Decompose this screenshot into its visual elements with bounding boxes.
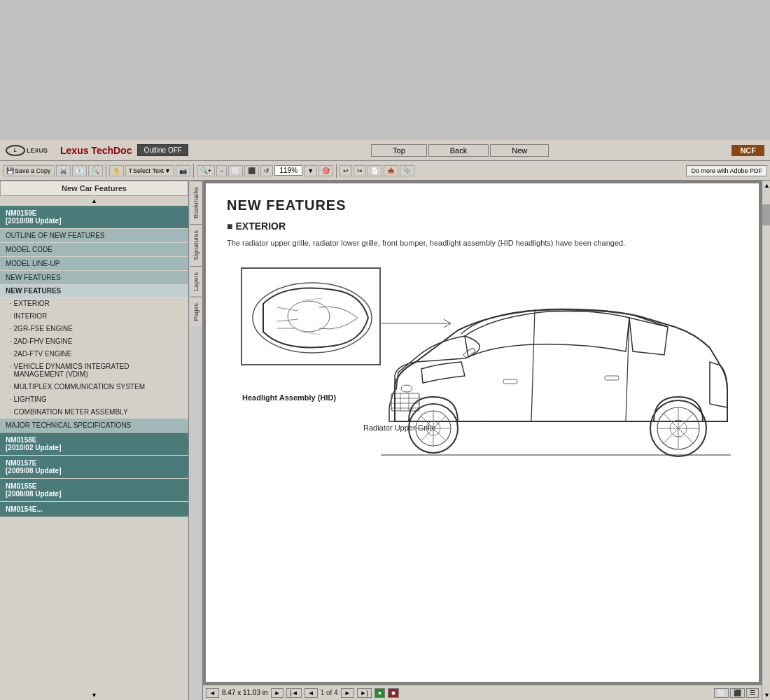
lexus-text: LEXUS [27, 147, 48, 154]
scroll-down-arrow[interactable]: ▼ [762, 690, 770, 700]
fit-page-button[interactable]: ⬜ [228, 165, 243, 176]
toolbar-sep2 [193, 164, 194, 178]
snapshot-button[interactable]: 📷 [176, 165, 190, 176]
2gr-fse-label: · 2GR-FSE ENGINE [10, 325, 73, 332]
sidebar-item-nm0154e[interactable]: NM0154E... [0, 502, 188, 517]
outline-off-button[interactable]: Outline OFF [137, 144, 188, 156]
pdf-view-icons: ⬜ ⬛ ☰ [714, 688, 759, 698]
exterior-label: · EXTERIOR [10, 300, 50, 307]
pdf-viewer: NEW FEATURES EXTERIOR The radiator upper… [203, 181, 762, 700]
sidebar-item-model-code[interactable]: MODEL CODE [0, 243, 188, 256]
sidebar-sub-new-features[interactable]: NEW FEATURES [0, 285, 188, 297]
scroll-up-arrow[interactable]: ▲ [762, 181, 770, 190]
search-button[interactable]: 🔍 [88, 165, 103, 176]
scroll-thumb[interactable] [762, 204, 770, 225]
sidebar-item-nm0155e[interactable]: NM0155E[2008/08 Update] [0, 479, 188, 501]
interior-label: · INTERIOR [10, 312, 47, 320]
email-button[interactable]: 📧 [72, 165, 87, 176]
sidebar-scroll-down[interactable]: ▼ [0, 690, 188, 700]
sidebar-item-exterior[interactable]: · EXTERIOR [0, 298, 188, 309]
pdf-tab-pages[interactable]: Pages [190, 297, 202, 327]
pdf-last-page-button[interactable]: ►| [357, 688, 372, 698]
pdf-next-page-button[interactable]: ► [341, 688, 354, 698]
pdf-view-double-button[interactable]: ⬛ [730, 688, 745, 698]
pdf-first-page-button[interactable]: |◄ [286, 688, 301, 698]
undo-button[interactable]: ↩ [340, 165, 352, 176]
pages-button[interactable]: 📄 [368, 165, 382, 176]
combination-label: · COMBINATION METER ASSEMBLY [10, 408, 128, 416]
sidebar-item-2ad-fhv[interactable]: · 2AD-FHV ENGINE [0, 335, 188, 347]
pdf-bottom-bar: ◄ 8.47 x 11.03 in ► |◄ ◄ 1 of 4 ► ►| ● ■… [203, 685, 762, 700]
sidebar-item-major-specs[interactable]: MAJOR TECHNICAL SPECIFICATIONS [0, 419, 188, 432]
redo-button[interactable]: ↪ [354, 165, 366, 176]
sidebar-item-interior[interactable]: · INTERIOR [0, 310, 188, 322]
pdf-view-single-button[interactable]: ⬜ [714, 688, 729, 698]
pdf-tab-layers[interactable]: Layers [190, 266, 202, 297]
sidebar-item-new-features[interactable]: NEW FEATURES [0, 271, 188, 284]
fit-width-button[interactable]: ⬛ [244, 165, 259, 176]
sidebar-item-nm0158e[interactable]: NM0158E[2010/02 Update] [0, 433, 188, 455]
pdf-section-text: EXTERIOR [235, 220, 286, 232]
sidebar-item-model-lineup[interactable]: MODEL LINE-UP [0, 257, 188, 270]
pdf-nav-scroll-right[interactable]: ► [271, 688, 284, 698]
sidebar-content: NM0159E[2010/08 Update] OUTLINE OF NEW F… [0, 206, 188, 690]
sidebar-item-nm0157e[interactable]: NM0157E[2009/08 Update] [0, 456, 188, 478]
pdf-stop-button[interactable]: ■ [388, 688, 398, 698]
svg-line-3 [300, 332, 321, 335]
export-button[interactable]: 📤 [384, 165, 398, 176]
print-button[interactable]: 🖨️ [56, 165, 71, 176]
hand-tool-button[interactable]: ✋ [109, 165, 124, 176]
sidebar-item-outline[interactable]: OUTLINE OF NEW FEATURES [0, 229, 188, 242]
model-lineup-label: MODEL LINE-UP [6, 260, 59, 267]
pdf-tab-signatures[interactable]: Signatures [190, 224, 202, 266]
sidebar-title: New Car Features [0, 181, 188, 196]
pdf-play-button[interactable]: ● [374, 688, 385, 698]
select-text-arrow: ▼ [164, 167, 171, 174]
pdf-view-continuous-button[interactable]: ☰ [746, 688, 759, 698]
pdf-page-indicator: 1 of 4 [321, 689, 338, 696]
lighting-label: · LIGHTING [10, 396, 47, 403]
multiplex-label: · MULTIPLEX COMMUNICATION SYSTEM [10, 383, 145, 391]
nav-top-button[interactable]: Top [371, 144, 427, 157]
nav-back-button[interactable]: Back [428, 144, 489, 157]
sidebar-item-multiplex[interactable]: · MULTIPLEX COMMUNICATION SYSTEM [0, 381, 188, 393]
toolbar-sep3 [336, 164, 337, 178]
sidebar-item-nm0159e[interactable]: NM0159E[2010/08 Update] [0, 206, 188, 228]
main-content: New Car Features ▲ NM0159E[2010/08 Updat… [0, 181, 770, 700]
nav-new-button[interactable]: New [490, 144, 549, 157]
adobe-more-button[interactable]: Do more with Adobe PDF [686, 165, 767, 176]
svg-point-1 [288, 301, 330, 332]
target-button[interactable]: 🎯 [318, 165, 333, 176]
pdf-body-text: The radiator upper grille, radiator lowe… [227, 237, 738, 249]
select-text-button[interactable]: T Select Text ▼ [125, 165, 174, 176]
major-specs-label: MAJOR TECHNICAL SPECIFICATIONS [6, 421, 131, 429]
sidebar-scroll-up[interactable]: ▲ [0, 196, 188, 206]
zoom-input[interactable] [274, 165, 302, 176]
attach-button[interactable]: 📎 [400, 165, 414, 176]
pdf-tab-bookmarks[interactable]: Bookmarks [190, 181, 202, 224]
2ad-ftv-label: · 2AD-FTV ENGINE [10, 350, 71, 358]
car-illustration: Headlight Assembly (HID) Radiator Upper … [227, 260, 738, 484]
scrollbar-vertical[interactable]: ▲ ▼ [762, 181, 770, 700]
sidebar-item-2gr-fse[interactable]: · 2GR-FSE ENGINE [0, 323, 188, 335]
pdf-main-title: NEW FEATURES [227, 197, 738, 214]
sidebar-item-2ad-ftv[interactable]: · 2AD-FTV ENGINE [0, 348, 188, 360]
app-window: L LEXUS Lexus TechDoc Outline OFF Top Ba… [0, 140, 770, 700]
sidebar-item-vdim[interactable]: · VEHICLE DYNAMICS INTEGRATED MANAGEMENT… [0, 360, 188, 380]
rotate-button[interactable]: ↺ [260, 165, 273, 176]
save-copy-button[interactable]: 💾 Save a Copy [3, 165, 55, 176]
zoom-out-button[interactable]: − [216, 165, 227, 176]
zoom-in-button[interactable]: 🔍+ [197, 165, 215, 176]
lexus-logo: L LEXUS [6, 145, 48, 156]
pdf-nav-scroll-left[interactable]: ◄ [206, 688, 219, 698]
sidebar-item-combination[interactable]: · COMBINATION METER ASSEMBLY [0, 406, 188, 418]
pdf-prev-page-button[interactable]: ◄ [304, 688, 318, 698]
zoom-dropdown-button[interactable]: ▼ [304, 165, 317, 176]
save-icon: 💾 [6, 167, 14, 174]
pdf-page-current: 1 [321, 689, 325, 696]
pdf-page: NEW FEATURES EXTERIOR The radiator upper… [206, 183, 759, 682]
sidebar-item-lighting[interactable]: · LIGHTING [0, 393, 188, 405]
toolbar: 💾 Save a Copy 🖨️ 📧 🔍 ✋ T Select Text ▼ 📷… [0, 161, 770, 181]
svg-line-2 [302, 298, 323, 300]
pdf-page-total: 4 [334, 689, 338, 696]
